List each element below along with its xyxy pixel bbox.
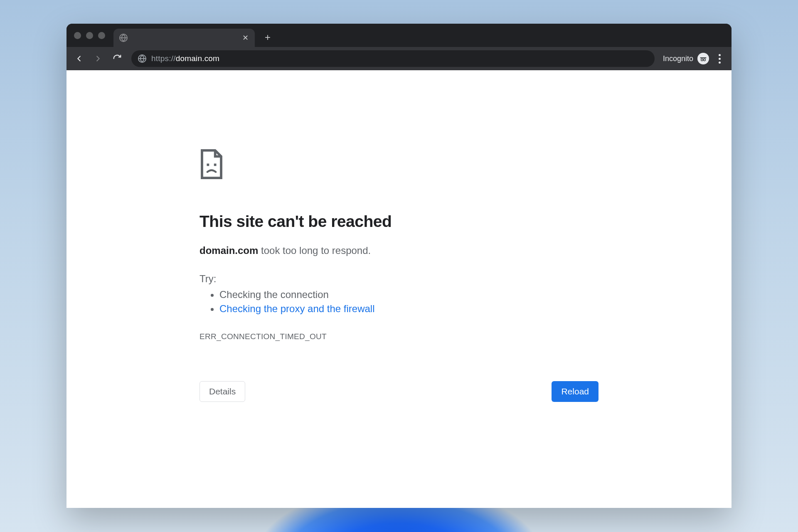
window-minimize-button[interactable] — [86, 32, 93, 39]
close-tab-button[interactable]: ✕ — [241, 34, 249, 42]
sad-file-icon — [200, 149, 598, 179]
window-close-button[interactable] — [74, 32, 81, 39]
svg-rect-4 — [214, 164, 217, 166]
incognito-label: Incognito — [663, 54, 693, 63]
back-button[interactable] — [71, 50, 87, 67]
suggestion-list: Checking the connection Checking the pro… — [200, 289, 598, 315]
error-actions: Details Reload — [200, 381, 598, 402]
address-bar[interactable]: https://domain.com — [131, 50, 655, 67]
reload-button[interactable] — [109, 50, 126, 67]
proxy-firewall-link[interactable]: Checking the proxy and the firewall — [219, 303, 375, 314]
url-text: https://domain.com — [151, 54, 219, 63]
svg-point-2 — [704, 59, 706, 61]
url-scheme: https:// — [151, 54, 176, 63]
error-page: This site can't be reached domain.com to… — [200, 149, 598, 402]
svg-rect-0 — [700, 57, 707, 58]
suggestion-check-connection: Checking the connection — [219, 289, 598, 300]
try-label: Try: — [200, 273, 598, 285]
error-domain: domain.com — [200, 245, 258, 256]
forward-button[interactable] — [90, 50, 106, 67]
browser-window: ✕ + https://domain.com Incognito — [66, 24, 732, 508]
window-controls — [74, 32, 105, 39]
error-code: ERR_CONNECTION_TIMED_OUT — [200, 332, 598, 341]
globe-icon — [119, 34, 128, 42]
url-host: domain.com — [176, 54, 220, 63]
reload-page-button[interactable]: Reload — [552, 381, 598, 402]
svg-rect-3 — [207, 164, 209, 166]
tab-strip: ✕ + — [66, 24, 732, 47]
window-zoom-button[interactable] — [98, 32, 105, 39]
new-tab-button[interactable]: + — [261, 30, 275, 44]
browser-menu-button[interactable] — [713, 54, 726, 64]
details-button[interactable]: Details — [200, 381, 245, 402]
error-message-suffix: took too long to respond. — [258, 245, 371, 256]
toolbar-right: Incognito — [663, 53, 726, 64]
incognito-icon[interactable] — [697, 53, 709, 64]
page-viewport: This site can't be reached domain.com to… — [66, 70, 732, 508]
suggestion-check-proxy: Checking the proxy and the firewall — [219, 303, 598, 315]
error-title: This site can't be reached — [200, 212, 598, 231]
site-globe-icon — [138, 54, 146, 63]
browser-toolbar: https://domain.com Incognito — [66, 47, 732, 70]
error-subtitle: domain.com took too long to respond. — [200, 245, 598, 256]
svg-point-1 — [701, 59, 703, 61]
browser-tab[interactable]: ✕ — [113, 29, 255, 47]
